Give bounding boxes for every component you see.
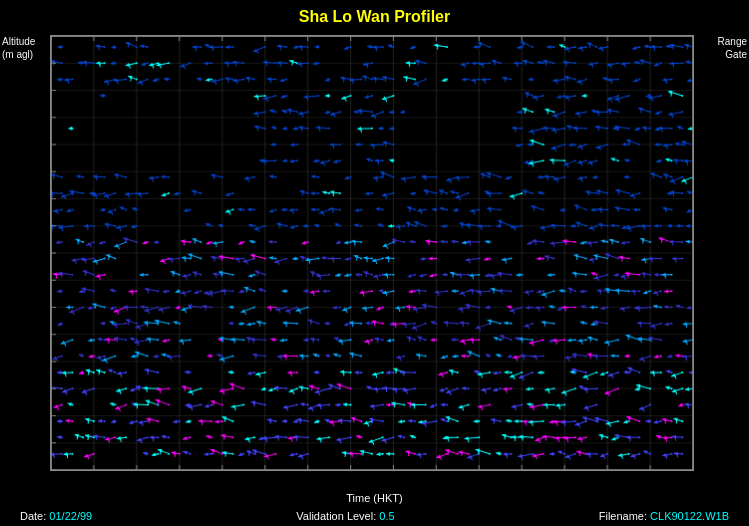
filename-label: Filename: <box>599 510 647 522</box>
filename-field: Filename: CLK90122.W1B <box>599 510 729 522</box>
footer: Date: 01/22/99 Validation Level: 0.5 Fil… <box>0 510 749 522</box>
wind-plot-canvas <box>51 36 693 470</box>
main-container: Sha Lo Wan Profiler CLK 60-m Winds Altit… <box>0 0 749 526</box>
date-value: 01/22/99 <box>49 510 92 522</box>
chart-area <box>50 35 694 471</box>
filename-value: CLK90122.W1B <box>650 510 729 522</box>
chart-title: Sha Lo Wan Profiler <box>0 8 749 26</box>
x-axis-title: Time (HKT) <box>0 492 749 504</box>
validation-value: 0.5 <box>379 510 394 522</box>
altitude-axis-label: Altitude(m agl) <box>2 35 35 61</box>
date-field: Date: 01/22/99 <box>20 510 92 522</box>
validation-label: Validation Level: <box>296 510 376 522</box>
date-label: Date: <box>20 510 46 522</box>
range-gate-axis-label: RangeGate <box>718 35 747 61</box>
validation-field: Validation Level: 0.5 <box>296 510 394 522</box>
